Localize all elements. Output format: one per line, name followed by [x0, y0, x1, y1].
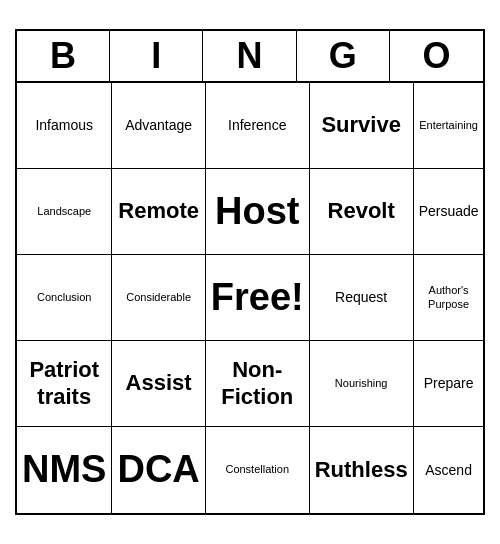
- cell-text-r4-c3: Ruthless: [315, 457, 408, 483]
- cell-text-r3-c4: Prepare: [424, 375, 474, 392]
- cell-text-r2-c1: Considerable: [126, 291, 191, 304]
- cell-text-r1-c2: Host: [215, 189, 299, 235]
- bingo-cell-r0-c0[interactable]: Infamous: [17, 83, 112, 169]
- bingo-cell-r0-c4[interactable]: Entertaining: [414, 83, 484, 169]
- bingo-cell-r1-c0[interactable]: Landscape: [17, 169, 112, 255]
- bingo-card: BINGO InfamousAdvantageInferenceSurviveE…: [15, 29, 485, 515]
- bingo-cell-r1-c3[interactable]: Revolt: [310, 169, 414, 255]
- cell-text-r4-c4: Ascend: [425, 462, 472, 479]
- cell-text-r3-c2: Non-Fiction: [211, 357, 304, 410]
- bingo-cell-r4-c1[interactable]: DCA: [112, 427, 205, 513]
- bingo-cell-r3-c0[interactable]: Patriot traits: [17, 341, 112, 427]
- bingo-cell-r2-c1[interactable]: Considerable: [112, 255, 205, 341]
- cell-text-r0-c1: Advantage: [125, 117, 192, 134]
- cell-text-r0-c0: Infamous: [35, 117, 93, 134]
- cell-text-r0-c3: Survive: [321, 112, 401, 138]
- header-letter-I: I: [110, 31, 203, 81]
- cell-text-r0-c2: Inference: [228, 117, 286, 134]
- cell-text-r1-c0: Landscape: [37, 205, 91, 218]
- header-letter-G: G: [297, 31, 390, 81]
- bingo-cell-r3-c1[interactable]: Assist: [112, 341, 205, 427]
- cell-text-r3-c3: Nourishing: [335, 377, 388, 390]
- bingo-grid: InfamousAdvantageInferenceSurviveEnterta…: [17, 83, 483, 513]
- bingo-cell-r0-c1[interactable]: Advantage: [112, 83, 205, 169]
- cell-text-r0-c4: Entertaining: [419, 119, 478, 132]
- cell-text-r1-c1: Remote: [118, 198, 199, 224]
- bingo-cell-r1-c1[interactable]: Remote: [112, 169, 205, 255]
- cell-text-r3-c0: Patriot traits: [22, 357, 106, 410]
- cell-text-r3-c1: Assist: [126, 370, 192, 396]
- bingo-cell-r3-c3[interactable]: Nourishing: [310, 341, 414, 427]
- bingo-cell-r2-c4[interactable]: Author's Purpose: [414, 255, 484, 341]
- bingo-cell-r4-c3[interactable]: Ruthless: [310, 427, 414, 513]
- bingo-cell-r2-c0[interactable]: Conclusion: [17, 255, 112, 341]
- bingo-cell-r3-c2[interactable]: Non-Fiction: [206, 341, 310, 427]
- bingo-cell-r4-c0[interactable]: NMS: [17, 427, 112, 513]
- bingo-header: BINGO: [17, 31, 483, 83]
- header-letter-N: N: [203, 31, 296, 81]
- bingo-cell-r4-c2[interactable]: Constellation: [206, 427, 310, 513]
- header-letter-O: O: [390, 31, 483, 81]
- cell-text-r1-c4: Persuade: [419, 203, 479, 220]
- cell-text-r4-c2: Constellation: [225, 463, 289, 476]
- bingo-cell-r1-c2[interactable]: Host: [206, 169, 310, 255]
- header-letter-B: B: [17, 31, 110, 81]
- bingo-cell-r2-c2[interactable]: Free!: [206, 255, 310, 341]
- bingo-cell-r3-c4[interactable]: Prepare: [414, 341, 484, 427]
- cell-text-r4-c0: NMS: [22, 447, 106, 493]
- bingo-cell-r0-c2[interactable]: Inference: [206, 83, 310, 169]
- bingo-cell-r4-c4[interactable]: Ascend: [414, 427, 484, 513]
- bingo-cell-r0-c3[interactable]: Survive: [310, 83, 414, 169]
- cell-text-r4-c1: DCA: [117, 447, 199, 493]
- cell-text-r2-c3: Request: [335, 289, 387, 306]
- cell-text-r2-c0: Conclusion: [37, 291, 91, 304]
- bingo-cell-r1-c4[interactable]: Persuade: [414, 169, 484, 255]
- cell-text-r2-c2: Free!: [211, 275, 304, 321]
- cell-text-r1-c3: Revolt: [328, 198, 395, 224]
- cell-text-r2-c4: Author's Purpose: [419, 284, 479, 310]
- bingo-cell-r2-c3[interactable]: Request: [310, 255, 414, 341]
